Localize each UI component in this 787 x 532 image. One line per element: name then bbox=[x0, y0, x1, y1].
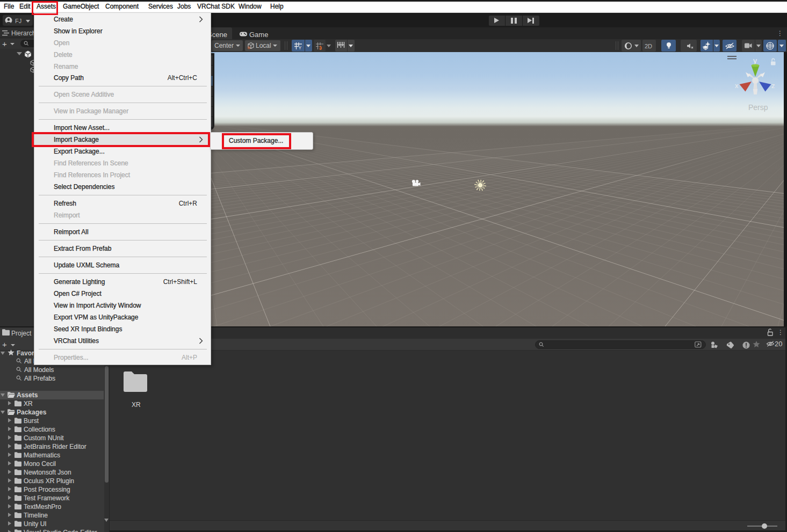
svg-text:Y: Y bbox=[299, 45, 302, 50]
svg-text:Persp: Persp bbox=[748, 103, 768, 112]
svg-text:x: x bbox=[735, 82, 739, 90]
svg-text:z: z bbox=[771, 82, 775, 90]
svg-text:y: y bbox=[753, 56, 757, 65]
